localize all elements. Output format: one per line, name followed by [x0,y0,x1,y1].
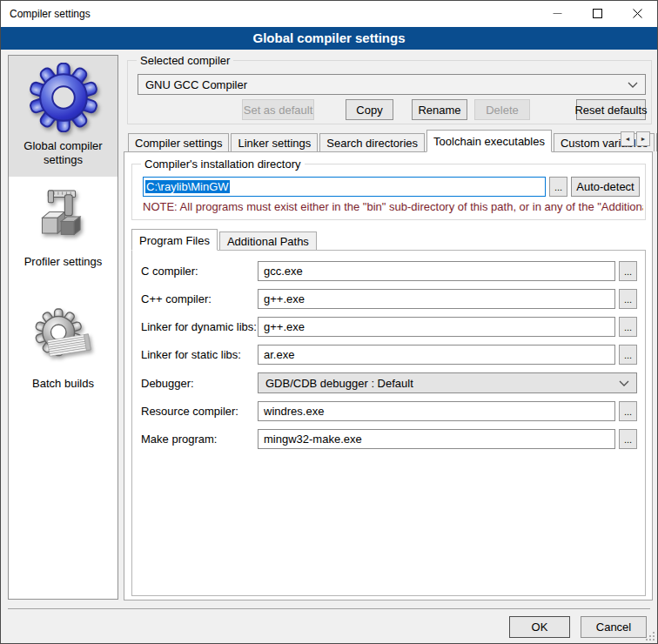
sidebar-item-label: Global compiler settings [11,139,115,168]
page-title: Global compiler settings [1,27,657,50]
close-icon [633,8,642,21]
make-program-input[interactable] [258,429,615,449]
delete-button: Delete [474,99,530,120]
field-row-cpp-compiler: C++ compiler: ... [141,289,637,309]
linker-dynamic-label: Linker for dynamic libs: [141,320,258,333]
tab-linker-settings[interactable]: Linker settings [231,133,318,151]
make-program-browse-button[interactable]: ... [619,429,637,449]
field-row-debugger: Debugger: GDB/CDB debugger : Default [141,372,637,393]
c-compiler-label: C compiler: [141,265,258,278]
tab-scroll-buttons: ◄ ► [619,131,650,146]
field-row-c-compiler: C compiler: ... [141,261,637,281]
make-program-label: Make program: [141,433,258,446]
chevron-down-icon [628,82,638,88]
resource-compiler-label: Resource compiler: [141,405,258,418]
resource-compiler-input[interactable] [258,401,615,421]
linker-static-input[interactable] [258,345,615,365]
linker-dynamic-browse-button[interactable]: ... [619,317,637,337]
chevron-down-icon [619,380,629,386]
field-row-make-program: Make program: ... [141,429,637,449]
tab-compiler-settings[interactable]: Compiler settings [128,133,229,151]
installation-note: NOTE: All programs must exist either in … [143,200,643,213]
cancel-button[interactable]: Cancel [581,616,647,638]
tab-toolchain-executables[interactable]: Toolchain executables [426,130,552,152]
window-title: Compiler settings [1,8,91,20]
compiler-select[interactable]: GNU GCC Compiler [138,74,646,95]
installation-directory-group: Compiler's installation directory C:\ray… [131,164,646,220]
arrow-left-icon: ◄ [625,136,631,142]
compiler-settings-dialog: Compiler settings Global compiler settin… [0,0,658,644]
cpp-compiler-browse-button[interactable]: ... [619,289,637,309]
blue-gear-icon [29,63,98,135]
installation-directory-row: C:\raylib\MinGW ... Auto-detect [143,177,640,197]
sidebar-item-profiler-settings[interactable]: Profiler settings [9,177,118,278]
tab-program-files[interactable]: Program Files [131,229,218,251]
installation-directory-input[interactable]: C:\raylib\MinGW [143,177,546,197]
tab-search-directories[interactable]: Search directories [319,133,425,151]
selected-compiler-group: Selected compiler GNU GCC Compiler Set a… [127,60,652,124]
cpp-compiler-label: C++ compiler: [141,292,258,305]
gray-gear-papers-icon [31,307,96,372]
maximize-button[interactable] [577,1,617,27]
debugger-label: Debugger: [141,377,258,390]
window-controls [537,1,657,27]
c-compiler-input[interactable] [258,261,615,281]
minimize-button[interactable] [537,1,577,27]
ok-button[interactable]: OK [509,616,570,638]
sidebar-item-label: Batch builds [32,377,94,391]
installation-directory-value: C:\raylib\MinGW [145,180,230,193]
settings-tab-strip: Compiler settings Linker settings Search… [124,130,653,151]
field-row-resource-compiler: Resource compiler: ... [141,401,637,421]
field-row-linker-static: Linker for static libs: ... [141,345,637,365]
compiler-buttons-row: Set as default Copy Rename Delete Reset … [138,99,646,120]
resource-compiler-browse-button[interactable]: ... [619,401,637,421]
field-row-linker-dynamic: Linker for dynamic libs: ... [141,317,637,337]
linker-static-browse-button[interactable]: ... [619,345,637,365]
sidebar-item-batch-builds[interactable]: Batch builds [9,278,118,399]
tab-scroll-left-button[interactable]: ◄ [621,131,634,146]
debugger-select-value: GDB/CDB debugger : Default [265,377,413,390]
rename-button[interactable]: Rename [412,99,467,120]
selected-compiler-legend: Selected compiler [137,54,233,67]
settings-category-list: Global compiler settings [8,55,118,600]
minimize-icon [553,8,562,21]
browse-directory-button[interactable]: ... [549,177,567,197]
toolchain-executables-panel: Compiler's installation directory C:\ray… [124,151,653,600]
c-compiler-browse-button[interactable]: ... [619,261,637,281]
resize-grip[interactable] [646,632,655,641]
footer-separator [8,608,650,609]
tab-additional-paths[interactable]: Additional Paths [219,231,317,250]
tab-scroll-right-button[interactable]: ► [636,131,650,146]
close-button[interactable] [617,1,657,27]
installation-directory-legend: Compiler's installation directory [141,158,305,171]
auto-detect-button[interactable]: Auto-detect [571,177,640,197]
arrow-right-icon: ► [641,136,647,142]
cpp-compiler-input[interactable] [258,289,615,309]
title-bar: Compiler settings [1,1,657,27]
debugger-select[interactable]: GDB/CDB debugger : Default [258,372,637,393]
program-files-tab-strip: Program Files Additional Paths [131,229,652,250]
caliper-icon [34,185,93,251]
program-files-panel: C compiler: ... C++ compiler: ... Linker… [131,250,646,596]
set-as-default-button: Set as default [242,99,314,120]
maximize-icon [593,8,602,21]
sidebar-item-global-compiler-settings[interactable]: Global compiler settings [9,56,118,177]
linker-static-label: Linker for static libs: [141,348,258,361]
sidebar-item-label: Profiler settings [24,255,103,269]
main-panel: Selected compiler GNU GCC Compiler Set a… [124,55,653,600]
linker-dynamic-input[interactable] [258,317,615,337]
copy-button[interactable]: Copy [346,99,393,120]
compiler-select-value: GNU GCC Compiler [145,78,247,91]
reset-defaults-button[interactable]: Reset defaults [576,99,646,120]
